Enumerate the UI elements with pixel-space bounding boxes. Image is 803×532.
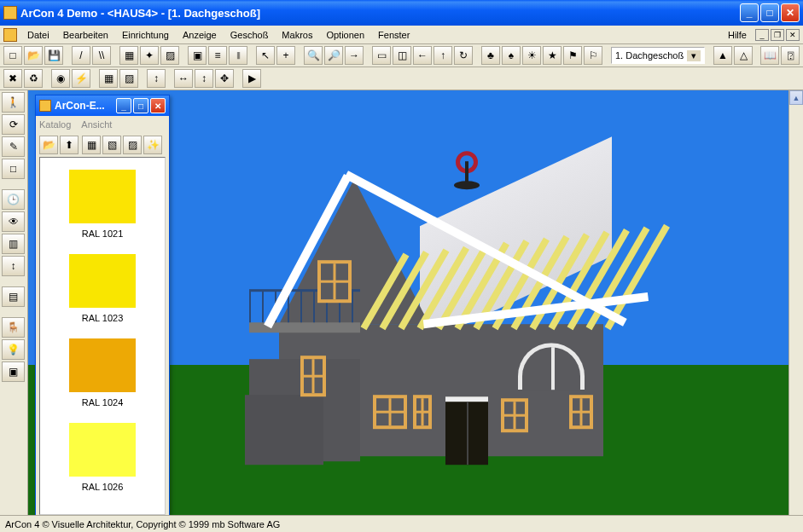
roll-icon[interactable]: ↕	[147, 69, 166, 88]
panel-app-icon	[39, 100, 51, 112]
window-title: ArCon 4 Demo - <HAUS4> - [1. Dachgeschoß…	[20, 7, 740, 20]
open-icon[interactable]: 📂	[24, 46, 43, 65]
panel-toolbar: 📂⬆▦▧▨✨	[36, 133, 169, 157]
arrow-r[interactable]: →	[345, 46, 364, 65]
roof2-icon[interactable]: △	[734, 46, 753, 65]
pencil-icon[interactable]: ✎	[2, 136, 25, 157]
lamp-icon[interactable]: 💡	[2, 339, 25, 360]
chair-icon[interactable]: 🪑	[2, 317, 25, 338]
thumb1-icon[interactable]: ▦	[82, 136, 101, 154]
color-swatch[interactable]	[69, 338, 136, 392]
rotate3d-icon[interactable]: ⟳	[2, 114, 25, 135]
thumb3-icon[interactable]: ▨	[123, 136, 142, 154]
checker-icon[interactable]: ▨	[160, 46, 179, 65]
app-icon	[3, 6, 17, 20]
plus-icon[interactable]: +	[276, 46, 295, 65]
swatch-icon[interactable]: ▦	[99, 69, 118, 88]
walk-icon[interactable]: 🚶	[2, 92, 25, 113]
front-door	[445, 396, 488, 465]
expand-icon[interactable]: ✥	[215, 69, 234, 88]
menu-einrichtung[interactable]: Einrichtung	[115, 28, 176, 42]
swatch-label: RAL 1024	[82, 397, 124, 408]
rotate-icon[interactable]: ↻	[454, 46, 473, 65]
panel-menu-katalog[interactable]: Katalog	[39, 119, 71, 130]
color-swatch[interactable]	[69, 254, 136, 308]
open-icon[interactable]: 📂	[39, 136, 58, 154]
menu-makros[interactable]: Makros	[275, 28, 319, 42]
catalog-panel[interactable]: ArCon-E... _ □ ✕ KatalogAnsicht 📂⬆▦▧▨✨ R…	[35, 95, 170, 521]
line-icon[interactable]: /	[72, 46, 90, 65]
window-minimize-button[interactable]: _	[740, 3, 759, 22]
menu-fenster[interactable]: Fenster	[371, 28, 416, 42]
chart-icon[interactable]: ▥	[2, 234, 25, 254]
menu-optionen[interactable]: Optionen	[319, 28, 371, 42]
cursor-icon[interactable]: ↖	[256, 46, 275, 65]
new-icon[interactable]: □	[3, 46, 22, 65]
vstripe-icon[interactable]: ⦀	[229, 46, 247, 65]
book-icon[interactable]: 📖	[760, 46, 779, 65]
menu-geschoß[interactable]: Geschoß	[224, 28, 276, 42]
clock-icon[interactable]: 🕒	[2, 189, 25, 210]
refresh-icon[interactable]: ♻	[24, 69, 43, 88]
sun-icon[interactable]: ☀	[522, 46, 541, 65]
height-icon[interactable]: ↕	[2, 256, 25, 276]
panel-minimize-button[interactable]: _	[116, 98, 131, 113]
thumb2-icon[interactable]: ▧	[102, 136, 121, 154]
harr-icon[interactable]: ↔	[174, 69, 193, 88]
hstripe-icon[interactable]: ≡	[208, 46, 227, 65]
play-icon[interactable]: ▶	[242, 69, 261, 88]
panel-titlebar[interactable]: ArCon-E... _ □ ✕	[36, 95, 169, 116]
panel-maximize-button[interactable]: □	[133, 98, 148, 113]
varr-icon[interactable]: ↕	[195, 69, 213, 88]
split-icon[interactable]: ◫	[393, 46, 411, 65]
line2-icon[interactable]: \\	[92, 46, 111, 65]
energy-icon[interactable]: ⚡	[72, 69, 90, 88]
roof1-icon[interactable]: ▲	[713, 46, 732, 65]
grid2-icon[interactable]: ▨	[119, 69, 138, 88]
blocks-icon[interactable]: ▤	[2, 286, 25, 307]
rect-icon[interactable]: ▭	[372, 46, 391, 65]
eye-icon[interactable]: 👁	[2, 211, 25, 232]
flag-icon[interactable]: ⚑	[563, 46, 582, 65]
scrollbar-up-button[interactable]: ▲	[789, 90, 803, 105]
grid-icon[interactable]: ▦	[119, 46, 138, 65]
color-swatch[interactable]	[69, 423, 136, 477]
menu-bearbeiten[interactable]: Bearbeiten	[56, 28, 115, 42]
panel-menu-ansicht[interactable]: Ansicht	[81, 119, 112, 130]
cam-icon[interactable]: ◉	[51, 69, 70, 88]
window	[569, 395, 593, 429]
viewport-3d[interactable]: for(let i=0;i<9;i++)document.write('<div…	[28, 90, 803, 532]
color-swatch[interactable]	[69, 170, 136, 223]
floor-dropdown[interactable]: 1. Dachgeschoß▾	[611, 47, 705, 64]
zoom-icon[interactable]: 🔍	[304, 46, 323, 65]
sparkle-icon[interactable]: ✦	[140, 46, 159, 65]
mdi-restore-button[interactable]: ❐	[771, 29, 784, 41]
star-icon[interactable]: ★	[543, 46, 562, 65]
tree1-icon[interactable]: ♣	[481, 46, 500, 65]
whatsthis-icon[interactable]: ⍰	[781, 46, 800, 65]
block-icon[interactable]: ▣	[188, 46, 207, 65]
unknown-icon[interactable]: □	[2, 159, 25, 179]
panel-catalog-list[interactable]: RAL 1021RAL 1023RAL 1024RAL 1026	[39, 157, 166, 515]
viewport-scrollbar-vertical[interactable]: ▲ ▼	[788, 90, 803, 532]
up-icon[interactable]: ⬆	[60, 136, 79, 154]
save-icon[interactable]: 💾	[44, 46, 63, 65]
object-icon[interactable]: ▣	[2, 361, 25, 382]
tree2-icon[interactable]: ♠	[502, 46, 521, 65]
panel-close-button[interactable]: ✕	[150, 98, 166, 113]
toolbar-main: □📂💾/\\▦✦▨▣≡⦀↖+🔍🔎→▭◫←↑↻♣♠☀★⚑⚐1. Dachgesch…	[0, 44, 803, 67]
menu-datei[interactable]: Datei	[20, 28, 56, 42]
zoomout-icon[interactable]: 🔎	[324, 46, 343, 65]
arrow-l-icon[interactable]: ←	[413, 46, 432, 65]
mdi-close-button[interactable]: ✕	[786, 29, 800, 41]
arrow-u-icon[interactable]: ↑	[434, 46, 452, 65]
menu-help[interactable]: Hilfe	[721, 28, 754, 42]
window-maximize-button[interactable]: □	[760, 3, 779, 22]
window-close-button[interactable]: ✕	[781, 3, 800, 22]
stop-icon[interactable]: ✖	[3, 69, 22, 88]
flag2-icon[interactable]: ⚐	[584, 46, 602, 65]
mdi-minimize-button[interactable]: _	[755, 29, 769, 41]
wand-icon[interactable]: ✨	[143, 136, 162, 154]
menu-anzeige[interactable]: Anzeige	[176, 28, 224, 42]
window	[300, 356, 326, 396]
